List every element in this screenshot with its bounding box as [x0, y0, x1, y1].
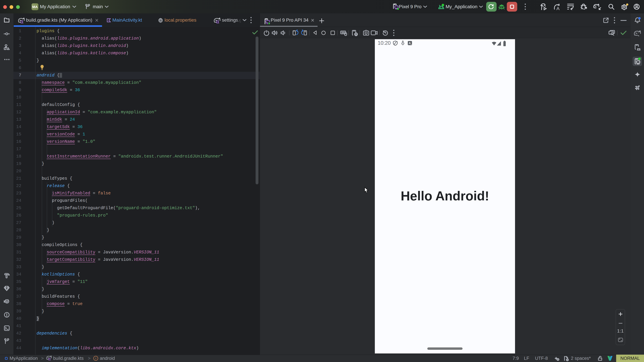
svg-text:A: A: [556, 6, 560, 10]
svg-text:λ: λ: [95, 357, 96, 360]
svg-text:A: A: [409, 42, 411, 44]
